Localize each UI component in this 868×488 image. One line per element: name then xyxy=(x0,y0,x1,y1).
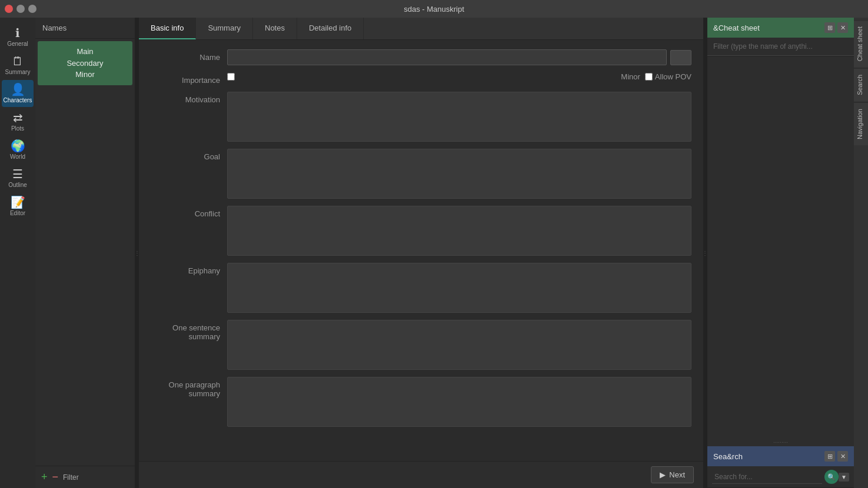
cheat-sheet-filter-input[interactable] xyxy=(707,38,854,56)
name-label: Name xyxy=(151,49,227,62)
search-header: Sea&rch ⊞ ✕ xyxy=(707,446,854,466)
cheat-sheet-section: &Cheat sheet ⊞ ✕ xyxy=(707,18,854,56)
search-go-icon: 🔍 xyxy=(827,473,836,481)
form-row-importance: Importance Minor Allow POV xyxy=(151,72,691,85)
characters-icon: 👤 xyxy=(11,83,25,95)
sidebar-label-world: World xyxy=(10,153,25,160)
name-group-label: MainSecondaryMinor xyxy=(44,46,127,81)
epiphany-textarea[interactable] xyxy=(227,263,691,313)
tab-detailed-info[interactable]: Detailed info xyxy=(297,18,364,39)
right-panel: &Cheat sheet ⊞ ✕ ......... Sea&rch ⊞ ✕ xyxy=(707,18,854,488)
minimize-button[interactable] xyxy=(16,5,25,13)
tab-basic-info[interactable]: Basic info xyxy=(139,18,196,39)
outline-icon: ☰ xyxy=(12,168,23,180)
cheat-sheet-header: &Cheat sheet ⊞ ✕ xyxy=(707,18,854,38)
search-input[interactable] xyxy=(712,470,822,484)
importance-checkbox[interactable] xyxy=(227,73,235,81)
allow-pov-label: Allow POV xyxy=(645,72,691,81)
next-label: Next xyxy=(669,470,685,479)
window-title: sdas - Manuskript xyxy=(404,5,464,14)
one-paragraph-label: One paragraphsummary xyxy=(151,377,227,398)
search-input-row: 🔍 ▼ xyxy=(707,466,854,487)
sidebar-label-plots: Plots xyxy=(11,125,24,132)
form-area: Name Importance Minor Allow P xyxy=(139,40,703,461)
one-sentence-textarea[interactable] xyxy=(227,320,691,370)
content-footer: ▶ Next xyxy=(139,461,703,488)
nav-tab-search[interactable]: Search xyxy=(854,68,868,101)
sidebar-item-outline[interactable]: ☰ Outline xyxy=(2,165,34,192)
search-dock-button[interactable]: ⊞ xyxy=(824,451,835,462)
importance-row: Minor Allow POV xyxy=(227,72,691,81)
summary-icon: 🗒 xyxy=(12,55,24,67)
sidebar-label-characters: Characters xyxy=(4,97,32,103)
cheat-sheet-controls: ⊞ ✕ xyxy=(824,22,848,33)
plots-icon: ⇄ xyxy=(13,112,23,123)
nav-tab-sidebar: Cheat sheet Search Navigation xyxy=(854,18,868,488)
app-body: ℹ General 🗒 Summary 👤 Characters ⇄ Plots… xyxy=(0,18,868,488)
sidebar-label-general: General xyxy=(7,41,28,47)
filter-label: Filter xyxy=(63,473,79,482)
name-extra-button[interactable] xyxy=(670,50,691,65)
dots-divider: ......... xyxy=(707,435,854,446)
conflict-label: Conflict xyxy=(151,206,227,218)
tab-summary[interactable]: Summary xyxy=(196,18,253,39)
next-button[interactable]: ▶ Next xyxy=(651,466,694,483)
icon-sidebar: ℹ General 🗒 Summary 👤 Characters ⇄ Plots… xyxy=(0,18,35,488)
next-icon: ▶ xyxy=(660,470,666,479)
form-row-one-paragraph: One paragraphsummary xyxy=(151,377,691,427)
nav-tab-navigation[interactable]: Navigation xyxy=(854,102,868,145)
sidebar-item-world[interactable]: 🌍 World xyxy=(2,136,34,163)
conflict-textarea[interactable] xyxy=(227,206,691,256)
minor-label: Minor xyxy=(621,72,640,81)
sidebar-item-editor[interactable]: 📝 Editor xyxy=(2,193,34,220)
window-controls[interactable] xyxy=(5,5,36,13)
name-group-main-secondary-minor[interactable]: MainSecondaryMinor xyxy=(38,41,132,85)
importance-label: Importance xyxy=(151,72,227,85)
names-header: Names xyxy=(35,18,135,39)
sidebar-item-plots[interactable]: ⇄ Plots xyxy=(2,108,34,135)
goal-label: Goal xyxy=(151,149,227,161)
sidebar-label-editor: Editor xyxy=(10,210,25,216)
world-icon: 🌍 xyxy=(11,140,25,152)
search-controls: ⊞ ✕ xyxy=(824,451,848,462)
maximize-button[interactable] xyxy=(28,5,36,13)
allow-pov-checkbox[interactable] xyxy=(645,73,653,81)
title-bar: sdas - Manuskript xyxy=(0,0,868,18)
tab-notes[interactable]: Notes xyxy=(253,18,297,39)
form-row-goal: Goal xyxy=(151,149,691,199)
close-button[interactable] xyxy=(5,5,13,13)
add-character-button[interactable]: + xyxy=(41,471,48,483)
motivation-textarea[interactable] xyxy=(227,92,691,142)
one-sentence-label: One sentencesummary xyxy=(151,320,227,341)
form-row-conflict: Conflict xyxy=(151,206,691,256)
form-row-motivation: Motivation xyxy=(151,92,691,142)
right-panel-spacer xyxy=(707,56,854,435)
sidebar-item-summary[interactable]: 🗒 Summary xyxy=(2,52,34,79)
epiphany-label: Epiphany xyxy=(151,263,227,275)
cheat-sheet-title: &Cheat sheet xyxy=(713,24,760,32)
search-go-button[interactable]: 🔍 xyxy=(824,470,839,484)
names-panel: Names MainSecondaryMinor + − Filter xyxy=(35,18,135,488)
nav-tab-cheat-sheet[interactable]: Cheat sheet xyxy=(854,20,868,67)
form-row-one-sentence: One sentencesummary xyxy=(151,320,691,370)
cheat-sheet-close-button[interactable]: ✕ xyxy=(837,22,848,33)
search-section: Sea&rch ⊞ ✕ 🔍 ▼ xyxy=(707,446,854,488)
form-row-name: Name xyxy=(151,49,691,65)
sidebar-label-summary: Summary xyxy=(5,69,31,75)
remove-character-button[interactable]: − xyxy=(52,471,59,483)
sidebar-item-general[interactable]: ℹ General xyxy=(2,24,34,51)
cheat-sheet-dock-button[interactable]: ⊞ xyxy=(824,22,835,33)
sidebar-label-outline: Outline xyxy=(8,182,27,188)
sidebar-item-characters[interactable]: 👤 Characters xyxy=(2,80,34,107)
names-list: MainSecondaryMinor xyxy=(35,39,135,466)
one-paragraph-textarea[interactable] xyxy=(227,377,691,427)
form-row-epiphany: Epiphany xyxy=(151,263,691,313)
general-icon: ℹ xyxy=(15,27,20,39)
search-close-button[interactable]: ✕ xyxy=(837,451,848,462)
name-input[interactable] xyxy=(227,49,667,65)
search-dropdown-button[interactable]: ▼ xyxy=(839,473,849,482)
names-footer: + − Filter xyxy=(35,466,135,488)
editor-icon: 📝 xyxy=(11,196,25,208)
goal-textarea[interactable] xyxy=(227,149,691,199)
tabs-bar: Basic info Summary Notes Detailed info xyxy=(139,18,703,40)
